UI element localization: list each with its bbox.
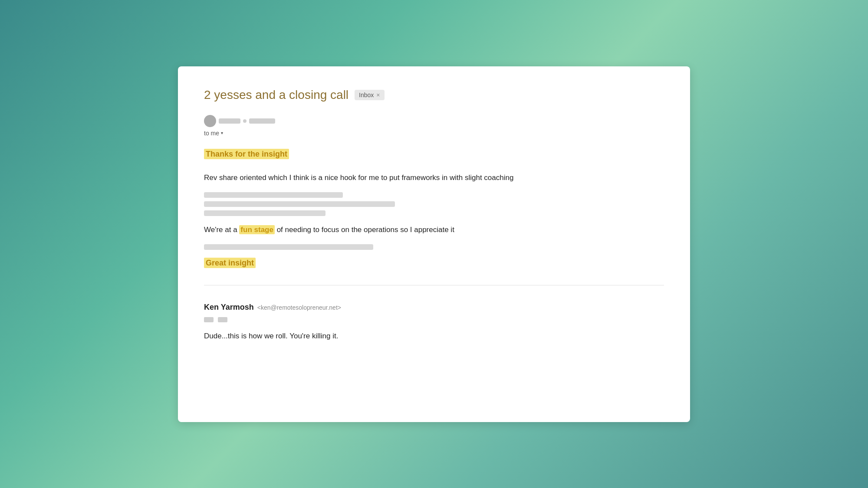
sender-name-redacted	[219, 118, 240, 124]
email-subject: 2 yesses and a closing call	[204, 88, 349, 102]
paragraph-2-prefix: We're at a	[204, 226, 239, 234]
redacted-block-2	[204, 244, 664, 250]
reply-sender: Ken Yarmosh <ken@remotesolopreneur.net>	[204, 303, 664, 312]
email-subject-line: 2 yesses and a closing call Inbox ×	[204, 88, 664, 102]
to-me-label: to me	[204, 130, 219, 137]
to-me-dropdown-arrow[interactable]: ▾	[221, 131, 223, 135]
thanks-for-insight-highlight: Thanks for the insight	[204, 149, 289, 159]
sender-name-redacted-2	[249, 118, 275, 124]
redacted-line-4	[204, 244, 373, 250]
redacted-line-2	[204, 201, 395, 207]
reply-sender-name: Ken Yarmosh	[204, 303, 254, 312]
to-me-row: to me ▾	[204, 130, 664, 137]
paragraph-2-suffix: of needing to focus on the operations so…	[275, 226, 454, 234]
redacted-block-1	[204, 192, 664, 216]
fun-stage-highlight: fun stage	[239, 225, 275, 234]
email-paragraph-2: We're at a fun stage of needing to focus…	[204, 224, 664, 236]
sender-avatar	[204, 115, 216, 127]
great-insight-highlight: Great insight	[204, 258, 256, 268]
reply-sender-email: <ken@remotesolopreneur.net>	[257, 304, 341, 311]
sender-row	[204, 115, 664, 127]
inbox-badge[interactable]: Inbox ×	[355, 90, 384, 100]
inbox-close-button[interactable]: ×	[376, 92, 380, 98]
reply-body: Dude...this is how we roll. You're killi…	[204, 330, 664, 342]
email-divider	[204, 285, 664, 285]
inbox-label: Inbox	[359, 92, 374, 98]
highlight-1-wrapper: Thanks for the insight	[204, 150, 664, 159]
great-insight-wrapper: Great insight	[204, 259, 664, 268]
redacted-line-3	[204, 210, 326, 216]
email-paragraph-1: Rev share oriented which I think is a ni…	[204, 172, 664, 183]
reply-meta-icons	[204, 317, 664, 322]
reply-meta-icon-1	[204, 317, 214, 322]
reply-meta-icon-2	[218, 317, 227, 322]
redacted-line-1	[204, 192, 343, 198]
sender-avatar-block	[204, 115, 275, 127]
email-container: 2 yesses and a closing call Inbox × to m…	[178, 66, 690, 422]
sender-name-dot	[243, 119, 247, 123]
